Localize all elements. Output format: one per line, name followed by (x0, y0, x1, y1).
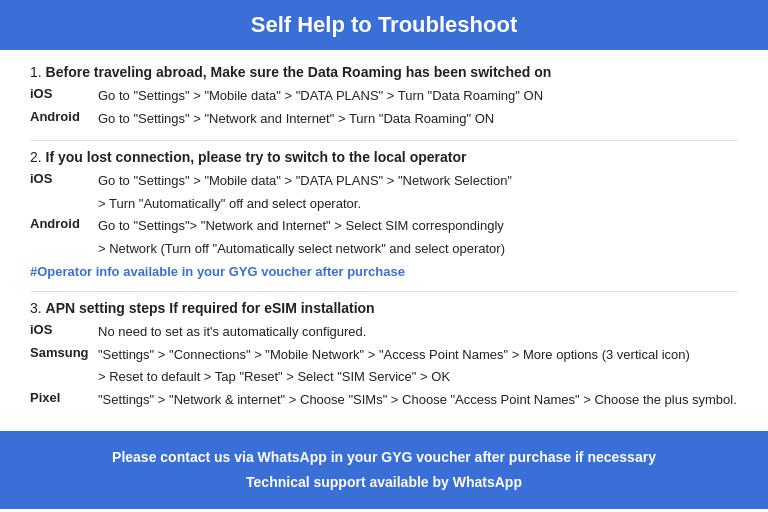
ios-text: Go to "Settings" > "Mobile data" > "DATA… (98, 86, 738, 106)
divider-2 (30, 291, 738, 292)
section-2-note: #Operator info available in your GYG vou… (30, 264, 738, 279)
footer-line2: Technical support available by WhatsApp (20, 470, 748, 495)
ios-label-3: iOS (30, 322, 98, 337)
section-3-row-samsung: Samsung "Settings" > "Connections" > "Mo… (30, 345, 738, 365)
section-2-row-android: Android Go to "Settings"> "Network and I… (30, 216, 738, 236)
section-3-heading: 3. APN setting steps If required for eSI… (30, 300, 738, 316)
header-title: Self Help to Troubleshoot (251, 12, 517, 37)
section-3-row-samsung-cont: > Reset to default > Tap "Reset" > Selec… (98, 367, 738, 387)
footer: Please contact us via WhatsApp in your G… (0, 431, 768, 509)
ios-text-3: No need to set as it's automatically con… (98, 322, 738, 342)
section-2-heading: 2. If you lost connection, please try to… (30, 149, 738, 165)
ios-label: iOS (30, 86, 98, 101)
samsung-text: "Settings" > "Connections" > "Mobile Net… (98, 345, 738, 365)
android-label-2: Android (30, 216, 98, 231)
pixel-text: "Settings" > "Network & internet" > Choo… (98, 390, 738, 410)
section-2: 2. If you lost connection, please try to… (30, 149, 738, 279)
section-2-row-ios-cont: > Turn "Automatically" off and select op… (98, 194, 738, 214)
section-3-row-pixel: Pixel "Settings" > "Network & internet" … (30, 390, 738, 410)
android-label: Android (30, 109, 98, 124)
android-text-2: Go to "Settings"> "Network and Internet"… (98, 216, 738, 236)
section-1-heading: 1. Before traveling abroad, Make sure th… (30, 64, 738, 80)
section-2-row-ios: iOS Go to "Settings" > "Mobile data" > "… (30, 171, 738, 191)
pixel-label: Pixel (30, 390, 98, 405)
header: Self Help to Troubleshoot (0, 0, 768, 50)
divider-1 (30, 140, 738, 141)
section-2-row-android-cont: > Network (Turn off "Automatically selec… (98, 239, 738, 259)
samsung-label: Samsung (30, 345, 98, 360)
section-1: 1. Before traveling abroad, Make sure th… (30, 64, 738, 128)
section-1-row-android: Android Go to "Settings" > "Network and … (30, 109, 738, 129)
ios-text-2: Go to "Settings" > "Mobile data" > "DATA… (98, 171, 738, 191)
content: 1. Before traveling abroad, Make sure th… (0, 50, 768, 431)
ios-label-2: iOS (30, 171, 98, 186)
section-1-row-ios: iOS Go to "Settings" > "Mobile data" > "… (30, 86, 738, 106)
section-3-row-ios: iOS No need to set as it's automatically… (30, 322, 738, 342)
section-3: 3. APN setting steps If required for eSI… (30, 300, 738, 409)
footer-line1: Please contact us via WhatsApp in your G… (20, 445, 748, 470)
android-text: Go to "Settings" > "Network and Internet… (98, 109, 738, 129)
